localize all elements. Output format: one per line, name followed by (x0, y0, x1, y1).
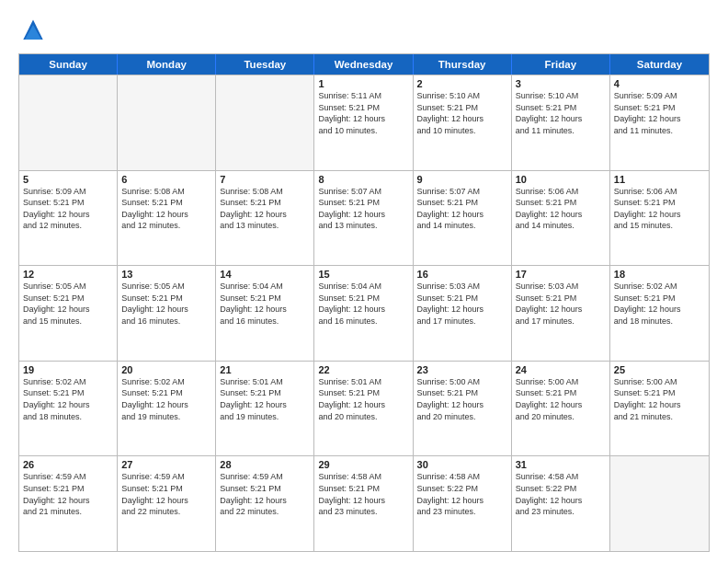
cal-cell: 22Sunrise: 5:01 AMSunset: 5:21 PMDayligh… (314, 362, 413, 456)
day-number: 28 (220, 459, 310, 470)
day-info: Sunrise: 5:04 AMSunset: 5:21 PMDaylight:… (318, 281, 408, 327)
cal-cell: 5Sunrise: 5:09 AMSunset: 5:21 PMDaylight… (19, 171, 118, 266)
day-info: Sunrise: 4:59 AMSunset: 5:21 PMDaylight:… (220, 471, 310, 517)
day-info: Sunrise: 5:11 AMSunset: 5:21 PMDaylight:… (318, 90, 408, 136)
weekday-header-wednesday: Wednesday (314, 54, 413, 75)
day-number: 18 (614, 269, 705, 280)
day-number: 21 (220, 364, 310, 375)
day-info: Sunrise: 5:07 AMSunset: 5:21 PMDaylight:… (417, 186, 507, 232)
weekday-header-saturday: Saturday (610, 54, 709, 75)
cal-cell: 17Sunrise: 5:03 AMSunset: 5:21 PMDayligh… (512, 266, 610, 361)
cal-cell: 14Sunrise: 5:04 AMSunset: 5:21 PMDayligh… (216, 266, 314, 361)
cal-cell: 25Sunrise: 5:00 AMSunset: 5:21 PMDayligh… (610, 362, 709, 456)
cal-cell: 29Sunrise: 4:58 AMSunset: 5:21 PMDayligh… (314, 456, 413, 551)
cal-cell: 4Sunrise: 5:09 AMSunset: 5:21 PMDaylight… (610, 75, 709, 170)
cal-cell: 21Sunrise: 5:01 AMSunset: 5:21 PMDayligh… (216, 362, 314, 456)
page: SundayMondayTuesdayWednesdayThursdayFrid… (0, 0, 728, 563)
weekday-header-friday: Friday (512, 54, 610, 75)
cal-cell (19, 75, 118, 170)
cal-cell: 7Sunrise: 5:08 AMSunset: 5:21 PMDaylight… (216, 171, 314, 266)
cal-cell: 26Sunrise: 4:59 AMSunset: 5:21 PMDayligh… (19, 456, 118, 551)
cal-cell: 24Sunrise: 5:00 AMSunset: 5:21 PMDayligh… (512, 362, 610, 456)
cal-cell: 6Sunrise: 5:08 AMSunset: 5:21 PMDaylight… (118, 171, 216, 266)
calendar-body: 1Sunrise: 5:11 AMSunset: 5:21 PMDaylight… (19, 75, 709, 551)
day-info: Sunrise: 5:01 AMSunset: 5:21 PMDaylight:… (318, 376, 408, 422)
calendar-header-row: SundayMondayTuesdayWednesdayThursdayFrid… (19, 54, 709, 75)
day-number: 19 (23, 364, 113, 375)
week-row-5: 26Sunrise: 4:59 AMSunset: 5:21 PMDayligh… (19, 455, 709, 551)
cal-cell (118, 75, 216, 170)
week-row-4: 19Sunrise: 5:02 AMSunset: 5:21 PMDayligh… (19, 361, 709, 456)
day-number: 9 (417, 174, 507, 185)
cal-cell: 31Sunrise: 4:58 AMSunset: 5:22 PMDayligh… (512, 456, 610, 551)
cal-cell: 10Sunrise: 5:06 AMSunset: 5:21 PMDayligh… (512, 171, 610, 266)
day-info: Sunrise: 5:03 AMSunset: 5:21 PMDaylight:… (417, 281, 507, 327)
day-info: Sunrise: 5:05 AMSunset: 5:21 PMDaylight:… (121, 281, 211, 327)
cal-cell: 30Sunrise: 4:58 AMSunset: 5:22 PMDayligh… (414, 456, 512, 551)
day-info: Sunrise: 5:07 AMSunset: 5:21 PMDaylight:… (318, 186, 408, 232)
cal-cell: 18Sunrise: 5:02 AMSunset: 5:21 PMDayligh… (610, 266, 709, 361)
cal-cell: 16Sunrise: 5:03 AMSunset: 5:21 PMDayligh… (414, 266, 512, 361)
day-info: Sunrise: 5:02 AMSunset: 5:21 PMDaylight:… (23, 376, 113, 422)
cal-cell: 8Sunrise: 5:07 AMSunset: 5:21 PMDaylight… (314, 171, 413, 266)
calendar: SundayMondayTuesdayWednesdayThursdayFrid… (18, 53, 710, 552)
cal-cell (216, 75, 314, 170)
cal-cell: 12Sunrise: 5:05 AMSunset: 5:21 PMDayligh… (19, 266, 118, 361)
cal-cell: 11Sunrise: 5:06 AMSunset: 5:21 PMDayligh… (610, 171, 709, 266)
day-info: Sunrise: 5:02 AMSunset: 5:21 PMDaylight:… (121, 376, 211, 422)
day-number: 1 (318, 78, 408, 89)
day-info: Sunrise: 5:00 AMSunset: 5:21 PMDaylight:… (417, 376, 507, 422)
day-number: 14 (220, 269, 310, 280)
day-info: Sunrise: 4:58 AMSunset: 5:21 PMDaylight:… (318, 471, 408, 517)
day-number: 31 (516, 459, 606, 470)
day-info: Sunrise: 5:05 AMSunset: 5:21 PMDaylight:… (23, 281, 113, 327)
day-info: Sunrise: 5:06 AMSunset: 5:21 PMDaylight:… (516, 186, 606, 232)
day-info: Sunrise: 5:08 AMSunset: 5:21 PMDaylight:… (220, 186, 310, 232)
day-number: 4 (614, 78, 705, 89)
day-info: Sunrise: 5:03 AMSunset: 5:21 PMDaylight:… (516, 281, 606, 327)
header (18, 17, 710, 46)
day-number: 10 (516, 174, 606, 185)
day-number: 27 (121, 459, 211, 470)
week-row-3: 12Sunrise: 5:05 AMSunset: 5:21 PMDayligh… (19, 265, 709, 361)
day-number: 6 (121, 174, 211, 185)
day-number: 26 (23, 459, 113, 470)
cal-cell: 15Sunrise: 5:04 AMSunset: 5:21 PMDayligh… (314, 266, 413, 361)
day-info: Sunrise: 5:04 AMSunset: 5:21 PMDaylight:… (220, 281, 310, 327)
day-number: 16 (417, 269, 507, 280)
day-number: 5 (23, 174, 113, 185)
day-number: 30 (417, 459, 507, 470)
day-info: Sunrise: 4:58 AMSunset: 5:22 PMDaylight:… (516, 471, 606, 517)
day-number: 11 (614, 174, 705, 185)
weekday-header-tuesday: Tuesday (216, 54, 314, 75)
cal-cell: 28Sunrise: 4:59 AMSunset: 5:21 PMDayligh… (216, 456, 314, 551)
day-number: 13 (121, 269, 211, 280)
day-info: Sunrise: 5:00 AMSunset: 5:21 PMDaylight:… (516, 376, 606, 422)
weekday-header-monday: Monday (118, 54, 216, 75)
day-number: 2 (417, 78, 507, 89)
day-number: 24 (516, 364, 606, 375)
day-info: Sunrise: 5:02 AMSunset: 5:21 PMDaylight:… (614, 281, 705, 327)
day-info: Sunrise: 5:00 AMSunset: 5:21 PMDaylight:… (614, 376, 705, 422)
week-row-2: 5Sunrise: 5:09 AMSunset: 5:21 PMDaylight… (19, 170, 709, 266)
day-number: 12 (23, 269, 113, 280)
cal-cell: 23Sunrise: 5:00 AMSunset: 5:21 PMDayligh… (414, 362, 512, 456)
day-number: 17 (516, 269, 606, 280)
logo-icon (18, 17, 48, 46)
day-info: Sunrise: 4:58 AMSunset: 5:22 PMDaylight:… (417, 471, 507, 517)
day-number: 23 (417, 364, 507, 375)
day-info: Sunrise: 5:06 AMSunset: 5:21 PMDaylight:… (614, 186, 705, 232)
day-number: 7 (220, 174, 310, 185)
weekday-header-sunday: Sunday (19, 54, 118, 75)
day-info: Sunrise: 4:59 AMSunset: 5:21 PMDaylight:… (121, 471, 211, 517)
day-info: Sunrise: 5:01 AMSunset: 5:21 PMDaylight:… (220, 376, 310, 422)
day-number: 22 (318, 364, 408, 375)
day-number: 3 (516, 78, 606, 89)
cal-cell: 19Sunrise: 5:02 AMSunset: 5:21 PMDayligh… (19, 362, 118, 456)
cal-cell: 9Sunrise: 5:07 AMSunset: 5:21 PMDaylight… (414, 171, 512, 266)
day-info: Sunrise: 5:10 AMSunset: 5:21 PMDaylight:… (516, 90, 606, 136)
day-number: 29 (318, 459, 408, 470)
cal-cell: 1Sunrise: 5:11 AMSunset: 5:21 PMDaylight… (314, 75, 413, 170)
day-info: Sunrise: 5:09 AMSunset: 5:21 PMDaylight:… (23, 186, 113, 232)
logo (18, 17, 53, 46)
